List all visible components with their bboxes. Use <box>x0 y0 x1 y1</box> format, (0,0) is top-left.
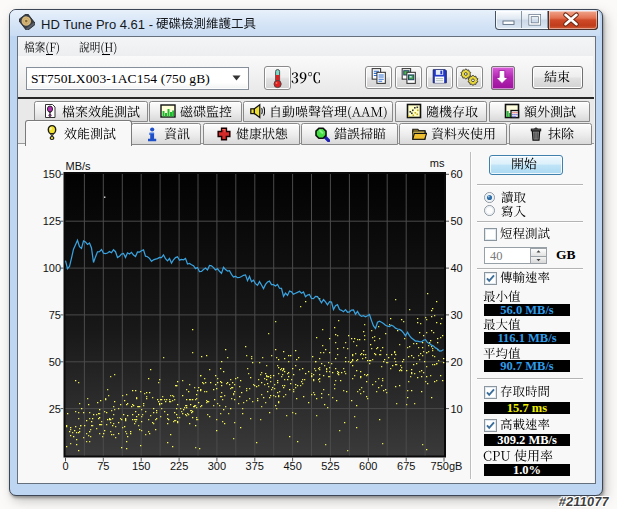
svg-text:375: 375 <box>246 460 264 472</box>
svg-text:300: 300 <box>208 460 226 472</box>
svg-text:40: 40 <box>451 262 463 274</box>
svg-text:ms: ms <box>430 157 445 169</box>
svg-text:150: 150 <box>43 168 61 180</box>
svg-text:50: 50 <box>49 356 61 368</box>
svg-text:75: 75 <box>49 309 61 321</box>
svg-text:675: 675 <box>397 460 415 472</box>
svg-text:20: 20 <box>451 356 463 368</box>
svg-text:525: 525 <box>321 460 339 472</box>
svg-text:600: 600 <box>359 460 377 472</box>
svg-text:10: 10 <box>451 403 463 415</box>
svg-text:75: 75 <box>97 460 109 472</box>
svg-text:60: 60 <box>451 168 463 180</box>
svg-text:150: 150 <box>132 460 150 472</box>
svg-text:100: 100 <box>43 262 61 274</box>
svg-text:0: 0 <box>62 460 68 472</box>
svg-text:30: 30 <box>451 309 463 321</box>
svg-text:750gB: 750gB <box>431 460 463 472</box>
svg-text:50: 50 <box>451 215 463 227</box>
svg-text:25: 25 <box>49 403 61 415</box>
svg-text:MB/s: MB/s <box>66 160 92 172</box>
svg-text:125: 125 <box>43 215 61 227</box>
svg-text:225: 225 <box>170 460 188 472</box>
svg-text:450: 450 <box>283 460 301 472</box>
